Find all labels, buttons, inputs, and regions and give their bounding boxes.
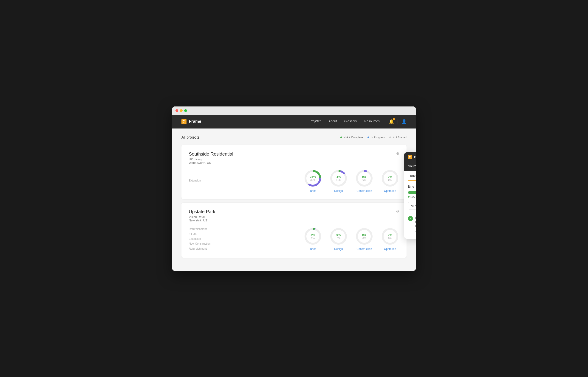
panel-section-title-text: Brief: [408, 185, 416, 188]
project-location-2: New York, US: [189, 219, 215, 222]
project-body-2: Refurbishment Fit out Extension New Cons…: [189, 227, 399, 251]
legend-item-notstarted: Not Started: [389, 136, 406, 139]
legend-item-inprogress: In Progress: [368, 136, 385, 139]
user-profile-button[interactable]: 👤: [402, 119, 406, 124]
metric-pct2-construction-2: 0%: [362, 237, 367, 240]
project-metrics: 25% 35% Brief: [304, 169, 399, 192]
panel-legend: N/A + Complete In Progress Not Started: [408, 196, 416, 198]
metric-pct2-operation-2: 0%: [388, 237, 392, 240]
metric-pct2-design-2: 0%: [336, 237, 341, 240]
metric-pct1-brief-2: 4%: [311, 233, 315, 237]
panel-project-name: Southside Residential: [408, 164, 416, 168]
project-settings-button-2[interactable]: ⚙: [396, 209, 399, 213]
metric-pct1-brief: 25%: [310, 175, 316, 178]
nav-link-about[interactable]: About: [329, 119, 337, 124]
panel-logo-text: Frame: [414, 155, 416, 159]
activities-select[interactable]: All Activities In Progress Not Started C…: [408, 202, 416, 210]
notifications-button[interactable]: 🔔: [389, 119, 394, 124]
metric-pct1-design-2: 0%: [336, 233, 341, 237]
project-tag-fitout: Fit out: [189, 232, 235, 236]
project-tags: Extension: [189, 178, 235, 183]
metric-values-brief-2: 4% 1%: [311, 233, 315, 240]
nav-logo-text: Frame: [189, 119, 201, 124]
metric-pct2-brief: 35%: [310, 178, 316, 181]
project-location: Wandsworth, UK: [189, 161, 233, 165]
main-content: All projects N/A + Complete In Progress …: [172, 129, 416, 271]
panel-legend-label-complete: N/A + Complete: [410, 196, 416, 198]
svg-rect-0: [183, 120, 184, 121]
page-title: All projects: [182, 135, 199, 140]
metric-values-operation: 0% 0%: [388, 175, 392, 181]
metric-construction-2: 0% 0% Construction: [355, 227, 373, 251]
panel-tabs: Brief Design Construction Operation: [404, 171, 416, 181]
project-tag-newconstruction: New Construction: [189, 241, 235, 247]
metric-values-design-2: 0% 0%: [336, 233, 341, 240]
metric-label-design[interactable]: Design: [334, 189, 343, 192]
project-name-2: Upstate Park: [189, 209, 215, 214]
browser-dot-green[interactable]: [184, 109, 187, 112]
nav-divider: [398, 119, 398, 124]
nav-links: Projects About Glossary Resources: [310, 119, 380, 124]
metric-chart-brief: 25% 35%: [304, 169, 322, 188]
metric-pct2-operation: 0%: [388, 178, 392, 181]
metric-chart-brief-2: 4% 1%: [304, 227, 322, 246]
project-settings-button[interactable]: ⚙: [396, 152, 399, 156]
project-tag-extension: Extension: [189, 236, 235, 242]
metric-label-design-2[interactable]: Design: [334, 247, 343, 251]
metric-values-construction: 0% 6%: [362, 175, 367, 181]
legend-item-complete: N/A + Complete: [340, 136, 363, 139]
legend-dot-complete: [340, 137, 342, 138]
nav-actions: 🔔 👤: [389, 119, 406, 124]
metric-label-operation[interactable]: Operation: [384, 189, 396, 192]
browser-dot-yellow[interactable]: [180, 109, 183, 112]
metric-pct2-construction: 6%: [362, 178, 367, 181]
panel-header: Frame 🔔 •••: [404, 152, 416, 162]
progress-bar: [408, 191, 416, 194]
panel-legend-dot-complete: [408, 196, 410, 198]
metric-chart-operation-2: 0% 0%: [381, 227, 399, 246]
metric-pct2-design: 11%: [336, 178, 341, 181]
side-panel: Frame 🔔 ••• Southside Residential 👥 1: [404, 152, 416, 239]
project-tags-2: Refurbishment Fit out Extension New Cons…: [189, 227, 235, 251]
project-tag-refurb1: Refurbishment: [189, 227, 235, 232]
metric-label-operation-2[interactable]: Operation: [384, 247, 396, 251]
metric-label-brief[interactable]: Brief: [310, 189, 316, 192]
browser-dot-red[interactable]: [175, 109, 178, 112]
activity-content: Develop modelling and information manage…: [415, 216, 416, 233]
project-card-southside: Southside Residential UK Living Wandswor…: [182, 145, 406, 199]
metric-pct2-brief-2: 1%: [311, 237, 315, 240]
project-header-row: Southside Residential UK Living Wandswor…: [189, 152, 399, 165]
activity-text: Develop modelling and information manage…: [415, 216, 416, 228]
metric-brief: 25% 35% Brief: [304, 169, 322, 192]
project-card-upstate: Upstate Park Vision Retail New York, US …: [182, 203, 406, 258]
nav-link-projects[interactable]: Projects: [310, 119, 321, 124]
page-header: All projects N/A + Complete In Progress …: [182, 135, 406, 140]
project-tag: Extension: [189, 178, 235, 183]
metric-brief-2: 4% 1% Brief: [304, 227, 322, 251]
browser-window: Frame Projects About Glossary Resources …: [172, 106, 416, 271]
metric-label-brief-2[interactable]: Brief: [310, 247, 316, 251]
metric-label-construction-2[interactable]: Construction: [356, 247, 372, 251]
assign-owner-link[interactable]: Assign owner: [415, 230, 416, 233]
metric-values-brief: 25% 35%: [310, 175, 316, 181]
nav-link-resources[interactable]: Resources: [364, 119, 380, 124]
svg-rect-21: [409, 157, 410, 158]
metric-chart-construction: 0% 6%: [355, 169, 373, 188]
metric-values-operation-2: 0% 0%: [388, 233, 392, 240]
project-client-2: Vision Retail: [189, 215, 215, 219]
svg-rect-2: [183, 122, 184, 123]
activity-item: ✓ Develop modelling and information mana…: [408, 213, 416, 235]
legend-dot-notstarted: [389, 137, 391, 138]
panel-project-row: Southside Residential 👥 1 ⚙: [404, 162, 416, 171]
metric-label-construction[interactable]: Construction: [356, 189, 372, 192]
panel-legend-complete: N/A + Complete: [408, 196, 416, 198]
project-header-row-2: Upstate Park Vision Retail New York, US …: [189, 209, 399, 222]
metric-operation-2: 0% 0% Operation: [381, 227, 399, 251]
panel-tab-brief[interactable]: Brief: [408, 171, 416, 181]
legend-label-complete: N/A + Complete: [343, 136, 363, 139]
metric-pct1-design: 4%: [336, 175, 341, 178]
metric-design-2: 0% 0% Design: [329, 227, 348, 251]
project-name: Southside Residential: [189, 152, 233, 157]
legend-label-inprogress: In Progress: [371, 136, 385, 139]
nav-link-glossary[interactable]: Glossary: [344, 119, 357, 124]
